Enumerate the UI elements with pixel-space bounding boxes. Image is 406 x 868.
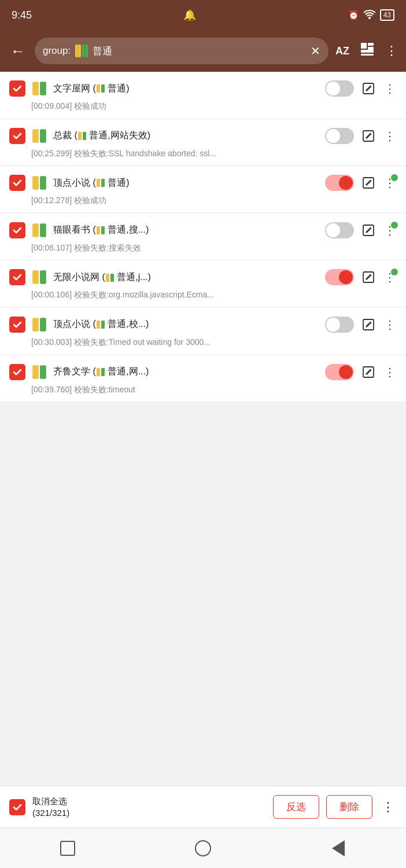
back-button[interactable]: ← — [8, 40, 28, 62]
item-edit-button[interactable] — [360, 80, 377, 97]
item-more-button[interactable]: ⋮ — [383, 316, 397, 333]
item-source-icon — [31, 317, 47, 333]
item-checkbox[interactable] — [9, 317, 25, 333]
item-checkbox[interactable] — [9, 128, 25, 144]
battery-icon: 43 — [380, 9, 394, 21]
svg-rect-37 — [101, 321, 105, 329]
select-all-checkbox[interactable] — [9, 799, 25, 815]
item-edit-button[interactable] — [360, 222, 377, 239]
item-source-icon — [31, 80, 47, 97]
svg-rect-15 — [40, 129, 46, 143]
list-item: 顶点小说 ( 普通) ⋮ [00:12.278] 校验成功 — [0, 166, 406, 212]
svg-rect-31 — [106, 274, 109, 282]
svg-rect-10 — [40, 82, 46, 95]
item-title: 文字屋网 ( 普通) — [53, 83, 319, 95]
select-all-label: 取消全选 (321/321) — [32, 796, 266, 818]
item-edit-button[interactable] — [360, 316, 377, 333]
item-toggle[interactable] — [325, 80, 354, 97]
item-edit-button[interactable] — [360, 127, 377, 145]
item-more-button[interactable]: ⋮ — [383, 80, 397, 97]
item-more-button[interactable]: ⋮ — [383, 363, 397, 381]
svg-rect-14 — [32, 129, 39, 143]
search-pill[interactable]: group: 普通 ✕ — [35, 38, 329, 64]
item-edit-button[interactable] — [360, 174, 377, 192]
item-checkbox[interactable] — [9, 364, 25, 380]
wifi-icon — [364, 10, 375, 21]
status-bar-right: ⏰ 43 — [348, 9, 394, 21]
item-title: 总裁 ( 普通,网站失效) — [53, 130, 319, 142]
item-status: [00:09.004] 校验成功 — [9, 101, 397, 112]
svg-rect-11 — [97, 84, 100, 93]
svg-rect-24 — [32, 223, 39, 237]
svg-rect-30 — [40, 271, 46, 285]
triangle-icon — [332, 840, 345, 856]
svg-rect-6 — [368, 47, 374, 50]
svg-rect-36 — [97, 321, 100, 329]
item-edit-button[interactable] — [360, 363, 377, 381]
svg-rect-7 — [361, 50, 374, 53]
svg-rect-21 — [97, 179, 100, 187]
svg-rect-5 — [368, 43, 374, 46]
item-checkbox[interactable] — [9, 80, 25, 97]
more-options-icon[interactable]: ⋮ — [385, 43, 398, 58]
list-item: 齐鲁文学 ( 普通,网...) ⋮ [00:39.760] 校验失败:timeo… — [0, 355, 406, 402]
list-item: 文字屋网 ( 普通) ⋮ [00:09.004] 校验成功 — [0, 72, 406, 118]
svg-rect-42 — [101, 368, 105, 376]
search-text: group: 普通 — [43, 43, 306, 58]
svg-rect-26 — [97, 226, 100, 234]
item-source-icon — [31, 175, 47, 191]
item-checkbox[interactable] — [9, 222, 25, 238]
item-title: 齐鲁文学 ( 普通,网...) — [53, 366, 319, 378]
top-bar-actions: AZ ⋮ — [335, 42, 398, 60]
svg-rect-35 — [40, 318, 46, 332]
item-status: [00:25.299] 校验失败:SSL handshake aborted: … — [9, 148, 397, 160]
svg-rect-20 — [40, 176, 46, 190]
item-toggle[interactable] — [325, 175, 354, 191]
az-sort-button[interactable]: AZ — [335, 45, 349, 57]
item-status: [00:06.107] 校验失败:搜索失效 — [9, 242, 397, 254]
svg-rect-17 — [83, 132, 86, 140]
green-dot-indicator — [391, 222, 398, 229]
svg-rect-34 — [32, 318, 39, 332]
item-status: [00:12.278] 校验成功 — [9, 195, 397, 207]
item-source-icon — [31, 364, 47, 380]
svg-rect-29 — [32, 271, 39, 285]
item-toggle[interactable] — [325, 269, 354, 285]
square-nav-button[interactable] — [53, 834, 82, 863]
svg-rect-25 — [40, 223, 46, 237]
item-source-icon — [31, 269, 47, 285]
item-title: 无限小说网 ( 普通,j...) — [53, 271, 319, 284]
svg-rect-2 — [77, 45, 79, 57]
item-toggle[interactable] — [325, 222, 354, 238]
svg-rect-40 — [40, 365, 46, 379]
green-dot-indicator — [391, 174, 398, 181]
bell-icon: 🔔 — [183, 9, 196, 21]
clear-search-button[interactable]: ✕ — [311, 44, 320, 58]
list-item: 总裁 ( 普通,网站失效) ⋮ [00:25.299] 校验失败:SSL han… — [0, 119, 406, 165]
item-title: 猫眼看书 ( 普通,搜...) — [53, 224, 319, 236]
item-status: [00:39.760] 校验失败:timeout — [9, 384, 397, 396]
back-nav-button[interactable] — [324, 834, 353, 863]
list-item: 无限小说网 ( 普通,j...) ⋮ [00:00.106] 校验失败:org.… — [0, 260, 406, 307]
item-checkbox[interactable] — [9, 269, 25, 285]
home-nav-button[interactable] — [189, 834, 217, 863]
svg-rect-41 — [97, 368, 100, 376]
delete-button[interactable]: 删除 — [326, 795, 372, 819]
status-bar: 9:45 🔔 ⏰ 43 — [0, 0, 406, 30]
item-toggle[interactable] — [325, 317, 354, 333]
bottom-action-bar: 取消全选 (321/321) 反选 删除 ⋮ — [0, 786, 406, 827]
item-edit-button[interactable] — [360, 269, 377, 286]
layout-icon[interactable] — [360, 42, 375, 60]
item-toggle[interactable] — [325, 128, 354, 144]
item-status: [00:00.106] 校验失败:org.mozilla.javascript.… — [9, 289, 397, 301]
bottom-more-button[interactable]: ⋮ — [379, 797, 397, 817]
item-title: 顶点小说 ( 普通,校...) — [53, 318, 319, 330]
invert-selection-button[interactable]: 反选 — [273, 795, 319, 819]
list-item: 猫眼看书 ( 普通,搜...) ⋮ [00:06.107] 校验失败:搜索失效 — [0, 214, 406, 260]
top-bar: ← group: 普通 ✕ AZ ⋮ — [0, 30, 406, 72]
item-toggle[interactable] — [325, 364, 354, 380]
item-source-icon — [31, 222, 47, 238]
item-checkbox[interactable] — [9, 175, 25, 191]
item-more-button[interactable]: ⋮ — [383, 127, 397, 145]
svg-rect-39 — [32, 365, 39, 379]
